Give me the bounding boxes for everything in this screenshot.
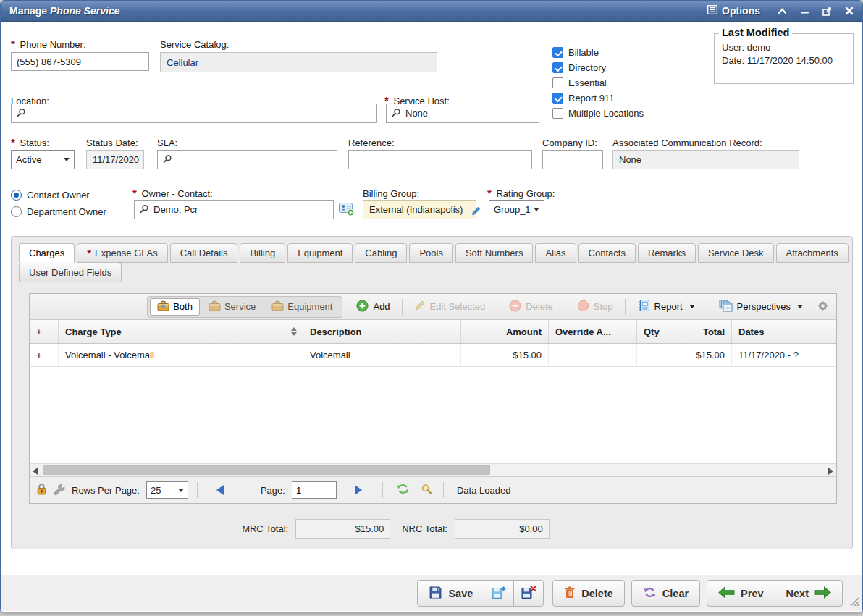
charges-grid: Both Service Equipment Add — [29, 293, 837, 504]
save-and-new-button[interactable] — [484, 580, 514, 607]
tab-cabling[interactable]: Cabling — [355, 243, 407, 263]
grid-empty-area — [30, 367, 836, 463]
delete-row-button[interactable]: Delete — [505, 298, 557, 316]
lock-icon[interactable] — [36, 483, 47, 497]
nrc-total-box: $0.00 — [455, 519, 550, 539]
essential-checkbox[interactable]: Essential — [552, 77, 607, 88]
tab-alias[interactable]: Alias — [535, 243, 576, 263]
tab-equipment[interactable]: Equipment — [287, 243, 353, 263]
cell-description: Voicemail — [303, 344, 461, 366]
tab-user-defined-fields[interactable]: User Defined Fields — [19, 263, 122, 282]
associated-communication-record-value: None — [619, 154, 641, 165]
close-icon[interactable] — [845, 7, 854, 15]
pager-divider — [443, 482, 444, 498]
rows-per-page-select[interactable]: 25 — [146, 481, 188, 499]
location-input[interactable] — [11, 104, 377, 123]
service-host-input[interactable]: None — [386, 104, 539, 123]
view-service-button[interactable]: Service — [201, 298, 263, 316]
tab-charges[interactable]: Charges — [19, 243, 75, 263]
column-dates[interactable]: Dates — [732, 320, 836, 343]
save-button[interactable]: Save — [417, 580, 484, 607]
multiple-locations-checkbox[interactable]: Multiple Locations — [552, 108, 644, 119]
prev-button[interactable]: Prev — [707, 580, 775, 607]
tab-call-details[interactable]: Call Details — [170, 243, 238, 263]
tab-attachments[interactable]: Attachments — [776, 243, 849, 263]
manage-phone-service-window: Manage Phone Service Options — [0, 0, 863, 612]
tab-expense-glas[interactable]: *Expense GLAs — [77, 243, 168, 263]
save-and-close-button[interactable] — [513, 580, 544, 607]
row-expander[interactable]: + — [30, 344, 59, 366]
view-both-button[interactable]: Both — [150, 298, 200, 316]
collapse-icon[interactable] — [778, 7, 787, 14]
scroll-left-icon[interactable] — [33, 468, 38, 475]
phone-number-input[interactable] — [11, 52, 149, 71]
gear-icon[interactable] — [817, 300, 829, 314]
clear-button[interactable]: Clear — [631, 580, 700, 607]
column-amount[interactable]: Amount — [461, 320, 549, 343]
contact-owner-radio[interactable]: Contact Owner — [11, 190, 90, 201]
delete-button[interactable]: Delete — [552, 580, 625, 607]
company-id-input[interactable] — [542, 150, 603, 169]
pager-divider — [382, 482, 383, 498]
perspectives-icon — [719, 300, 733, 314]
previous-page-icon[interactable] — [216, 485, 224, 495]
expand-all-header[interactable]: + — [30, 320, 59, 343]
tab-soft-numbers[interactable]: Soft Numbers — [455, 243, 533, 263]
edit-pencil-icon[interactable] — [471, 206, 481, 218]
reference-input[interactable] — [348, 150, 532, 169]
tab-contacts[interactable]: Contacts — [578, 243, 636, 263]
perspectives-button[interactable]: Perspectives — [715, 298, 807, 316]
tab-billing[interactable]: Billing — [240, 243, 285, 263]
checkbox-icon — [552, 93, 563, 104]
resize-grip[interactable] — [849, 596, 859, 609]
scroll-right-icon[interactable] — [828, 468, 833, 475]
scrollbar-thumb[interactable] — [43, 465, 490, 475]
column-qty[interactable]: Qty — [637, 320, 675, 343]
required-marker: * — [11, 136, 15, 148]
report-911-checkbox[interactable]: Report 911 — [552, 93, 614, 104]
table-row[interactable]: + Voicemail - Voicemail Voicemail $15.00… — [30, 344, 836, 367]
next-button[interactable]: Next — [775, 580, 843, 607]
stop-button[interactable]: Stop — [573, 298, 618, 316]
next-page-icon[interactable] — [355, 485, 362, 495]
column-description[interactable]: Description — [303, 320, 461, 343]
horizontal-scrollbar[interactable] — [30, 463, 836, 476]
refresh-icon[interactable] — [396, 483, 410, 497]
options-button[interactable]: Options — [707, 5, 760, 17]
rating-group-select[interactable]: Group_1 — [489, 200, 544, 219]
directory-checkbox[interactable]: Directory — [552, 62, 606, 73]
clear-label: Clear — [662, 588, 689, 599]
service-catalog-link[interactable]: Cellular — [167, 57, 198, 68]
footer-toolbar: Save Delete Clear — [1, 575, 862, 611]
sort-icon[interactable] — [291, 327, 297, 336]
save-label: Save — [448, 588, 473, 599]
required-marker: * — [487, 187, 492, 199]
phone-number-label: * Phone Number: — [11, 39, 86, 50]
owner-contact-input[interactable]: Demo, Pcr — [134, 200, 334, 219]
tab-pools[interactable]: Pools — [409, 243, 453, 263]
billable-checkbox[interactable]: Billable — [552, 47, 599, 58]
view-toggle-group: Both Service Equipment — [147, 296, 342, 318]
page-input[interactable] — [292, 481, 337, 499]
status-select[interactable]: Active — [11, 150, 75, 169]
report-button[interactable]: Report — [633, 298, 699, 316]
search-grid-icon[interactable] — [421, 484, 432, 497]
wrench-icon[interactable] — [54, 484, 65, 497]
tab-remarks[interactable]: Remarks — [638, 243, 696, 263]
grid-toolbar: Both Service Equipment Add — [30, 294, 836, 320]
column-override-amount[interactable]: Override A... — [549, 320, 637, 343]
minimize-icon[interactable] — [800, 7, 809, 14]
edit-selected-button[interactable]: Edit Selected — [410, 298, 490, 315]
popout-icon[interactable] — [822, 7, 832, 16]
add-contact-card-icon[interactable] — [339, 202, 355, 219]
view-equipment-button[interactable]: Equipment — [264, 298, 340, 316]
sla-input[interactable] — [157, 150, 337, 169]
add-button[interactable]: Add — [352, 298, 394, 316]
column-charge-type[interactable]: Charge Type — [59, 320, 303, 343]
report-911-label: Report 911 — [568, 93, 614, 104]
column-total[interactable]: Total — [675, 320, 732, 343]
toolbar-divider — [565, 299, 565, 315]
department-owner-radio[interactable]: Department Owner — [11, 206, 106, 217]
tab-service-desk[interactable]: Service Desk — [698, 243, 774, 263]
add-icon — [356, 300, 369, 314]
